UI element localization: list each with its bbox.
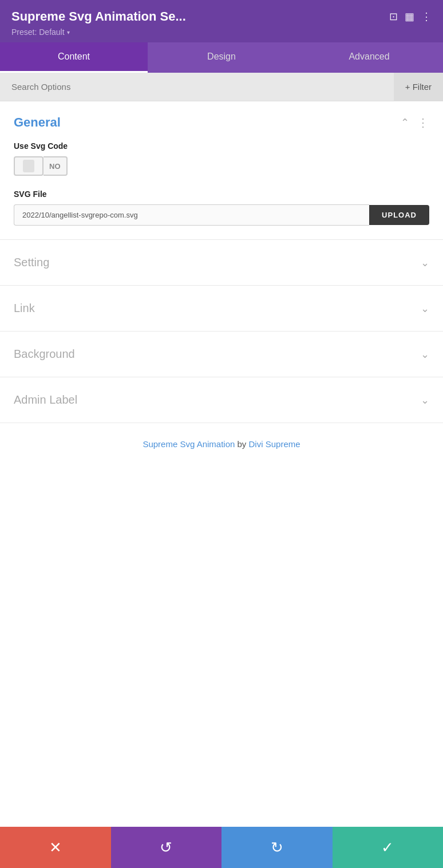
tab-advanced[interactable]: Advanced: [295, 42, 443, 73]
footer-brand-link[interactable]: Divi Supreme: [249, 439, 300, 449]
page-title: Supreme Svg Animation Se...: [11, 9, 186, 24]
use-svg-code-toggle-row: NO: [14, 156, 429, 176]
redo-button[interactable]: ↻: [222, 827, 333, 868]
general-title: General: [14, 115, 61, 130]
more-icon[interactable]: ⋮: [421, 10, 432, 23]
save-button[interactable]: ✓: [333, 827, 444, 868]
save-icon: ✓: [381, 839, 394, 857]
cancel-icon: ✕: [49, 839, 62, 857]
header-top: Supreme Svg Animation Se... ⊡ ▦ ⋮: [11, 9, 432, 24]
bottom-bar: ✕ ↺ ↻ ✓: [0, 827, 443, 868]
general-controls: ⌃ ⋮: [401, 116, 429, 129]
toggle-state-label: NO: [43, 156, 68, 176]
redo-icon: ↻: [271, 839, 283, 857]
background-chevron-icon: ⌄: [421, 348, 429, 361]
admin-label-title: Admin Label: [14, 393, 77, 407]
tab-bar: Content Design Advanced: [0, 42, 443, 73]
svg-file-input-row: UPLOAD: [14, 204, 429, 226]
preset-label: Preset: Default: [11, 27, 65, 37]
toggle-handle: [23, 160, 34, 172]
main-content: General ⌃ ⋮ Use Svg Code NO SVG File UPL: [0, 101, 443, 646]
header-icons: ⊡ ▦ ⋮: [389, 10, 432, 23]
admin-label-section[interactable]: Admin Label ⌄: [0, 377, 443, 423]
general-collapse-icon[interactable]: ⌃: [401, 116, 409, 129]
svg-file-input[interactable]: [14, 204, 369, 226]
setting-title: Setting: [14, 256, 49, 269]
upload-button[interactable]: UPLOAD: [369, 205, 429, 225]
search-bar: + Filter: [0, 73, 443, 101]
undo-button[interactable]: ↺: [111, 827, 222, 868]
search-input[interactable]: [0, 73, 394, 101]
use-svg-code-field: Use Svg Code NO: [14, 141, 429, 176]
use-svg-code-label: Use Svg Code: [14, 141, 429, 151]
general-section: General ⌃ ⋮ Use Svg Code NO SVG File UPL: [0, 101, 443, 226]
background-section[interactable]: Background ⌄: [0, 332, 443, 377]
link-chevron-icon: ⌄: [421, 302, 429, 315]
footer-plugin-link[interactable]: Supreme Svg Animation: [143, 439, 235, 449]
general-section-header: General ⌃ ⋮: [14, 115, 429, 130]
header: Supreme Svg Animation Se... ⊡ ▦ ⋮ Preset…: [0, 0, 443, 42]
setting-section[interactable]: Setting ⌄: [0, 240, 443, 286]
general-more-icon[interactable]: ⋮: [417, 116, 429, 129]
spacer: [0, 646, 443, 827]
filter-label: + Filter: [405, 82, 432, 92]
link-section[interactable]: Link ⌄: [0, 286, 443, 332]
focus-icon[interactable]: ⊡: [389, 10, 398, 23]
svg-file-field: SVG File UPLOAD: [14, 190, 429, 226]
preset-arrow-icon: ▾: [67, 29, 70, 35]
tab-content[interactable]: Content: [0, 42, 148, 73]
tab-design[interactable]: Design: [148, 42, 295, 73]
filter-button[interactable]: + Filter: [394, 73, 443, 101]
background-title: Background: [14, 348, 75, 361]
cancel-button[interactable]: ✕: [0, 827, 111, 868]
svg-file-label: SVG File: [14, 190, 429, 199]
panel-icon[interactable]: ▦: [405, 10, 414, 23]
preset-selector[interactable]: Preset: Default ▾: [11, 27, 432, 37]
footer-by-text: by: [238, 439, 249, 449]
setting-chevron-icon: ⌄: [421, 257, 429, 269]
admin-label-chevron-icon: ⌄: [421, 394, 429, 407]
link-title: Link: [14, 302, 35, 315]
footer-credit: Supreme Svg Animation by Divi Supreme: [0, 423, 443, 465]
use-svg-code-toggle[interactable]: [14, 156, 43, 176]
undo-icon: ↺: [160, 839, 172, 857]
